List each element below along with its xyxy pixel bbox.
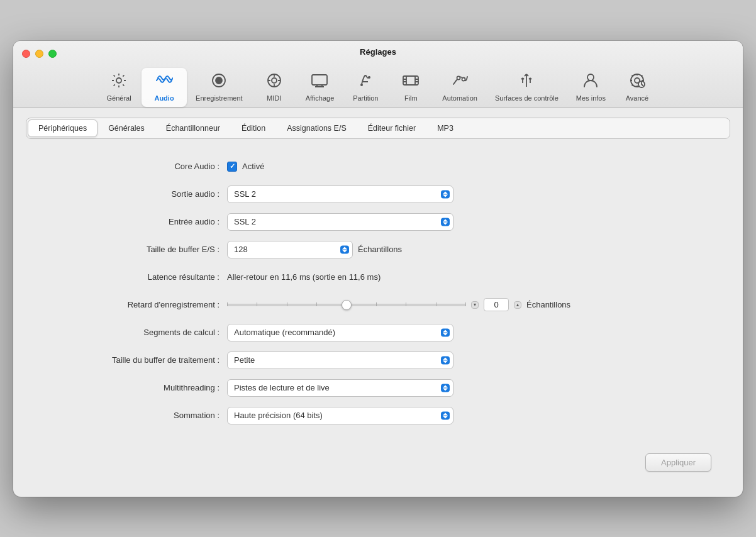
- advanced-icon: [628, 72, 646, 92]
- display-icon: [311, 72, 328, 92]
- retard-value-input[interactable]: [484, 298, 509, 311]
- svg-point-2: [216, 77, 222, 84]
- slider-tick: [465, 302, 466, 306]
- core-audio-value: Activé: [242, 162, 264, 171]
- maximize-button[interactable]: [48, 50, 57, 58]
- surfaces-icon: [518, 72, 535, 92]
- slider-tick: [257, 302, 257, 306]
- toolbar-label-partition: Partition: [353, 94, 378, 102]
- content-area: Périphériques Générales Échantillonneur …: [13, 108, 743, 497]
- toolbar-item-surfaces[interactable]: Surfaces de contrôle: [486, 68, 567, 107]
- retard-control: ▾ ▴ Échantillons: [227, 298, 705, 311]
- taille-buffer-select[interactable]: 128: [227, 241, 353, 258]
- toolbar-item-affichage[interactable]: Affichage: [297, 68, 343, 107]
- toolbar-label-general: Général: [106, 94, 131, 102]
- sortie-audio-control: SSL 2: [227, 185, 705, 203]
- toolbar-label-automation: Automation: [442, 94, 477, 102]
- retard-unit: Échantillons: [526, 300, 570, 309]
- toolbar-item-film[interactable]: Film: [388, 68, 433, 107]
- sortie-audio-select[interactable]: SSL 2: [227, 185, 453, 203]
- toolbar-item-enregistrement[interactable]: Enregistrement: [187, 68, 252, 107]
- toolbar-item-midi[interactable]: MIDI: [252, 68, 297, 107]
- svg-point-0: [116, 78, 121, 83]
- toolbar-label-surfaces: Surfaces de contrôle: [495, 94, 559, 102]
- toolbar: Général Audio: [13, 63, 743, 107]
- latence-label: Latence résultante :: [51, 272, 227, 282]
- record-icon: [210, 72, 228, 92]
- titlebar: Réglages Général: [13, 41, 743, 108]
- apply-button[interactable]: Appliquer: [645, 453, 711, 472]
- tab-mp3[interactable]: MP3: [426, 119, 464, 137]
- taille-traitement-row: Taille du buffer de traitement : Petite: [51, 352, 705, 369]
- tab-editeur[interactable]: Éditeur fichier: [357, 119, 426, 137]
- toolbar-item-audio[interactable]: Audio: [142, 68, 187, 107]
- film-icon: [402, 72, 420, 92]
- toolbar-label-film: Film: [404, 94, 418, 102]
- retard-chevron-up-group: ▴: [514, 301, 521, 309]
- latence-row: Latence résultante : Aller-retour en 11,…: [51, 268, 705, 286]
- taille-traitement-label: Taille du buffer de traitement :: [51, 355, 227, 365]
- toolbar-item-automation[interactable]: Automation: [433, 68, 486, 107]
- gear-icon: [110, 72, 128, 92]
- taille-buffer-unit: Échantillons: [358, 245, 402, 254]
- sommation-label: Sommation :: [51, 411, 227, 420]
- entree-audio-row: Entrée audio : SSL 2: [51, 213, 705, 231]
- taille-buffer-label: Taille de buffer E/S :: [51, 245, 227, 254]
- entree-audio-label: Entrée audio :: [51, 217, 227, 226]
- retard-slider[interactable]: [227, 304, 466, 306]
- close-button[interactable]: [22, 50, 30, 58]
- retard-chevron-group: ▾: [471, 301, 479, 309]
- tab-peripheriques[interactable]: Périphériques: [28, 119, 97, 137]
- toolbar-label-mesinfos: Mes infos: [576, 94, 606, 102]
- tabs-bar: Périphériques Générales Échantillonneur …: [26, 118, 730, 139]
- svg-point-10: [462, 77, 465, 80]
- entree-audio-select-wrapper: SSL 2: [227, 213, 453, 231]
- taille-traitement-select[interactable]: Petite: [227, 352, 453, 369]
- toolbar-label-audio: Audio: [154, 94, 174, 102]
- core-audio-checkbox[interactable]: [227, 162, 237, 172]
- slider-tick: [316, 302, 317, 306]
- taille-buffer-select-wrapper: 128: [227, 241, 353, 258]
- entree-audio-control: SSL 2: [227, 213, 705, 231]
- automation-icon: [451, 72, 469, 92]
- toolbar-item-mesinfos[interactable]: Mes infos: [567, 68, 614, 107]
- sommation-select[interactable]: Haute précision (64 bits): [227, 407, 453, 424]
- chevron-up-icon[interactable]: ▴: [516, 302, 519, 307]
- toolbar-item-general[interactable]: Général: [96, 68, 142, 107]
- toolbar-item-partition[interactable]: Partition: [343, 68, 388, 107]
- slider-tick: [376, 302, 377, 306]
- svg-point-4: [272, 78, 277, 83]
- retard-row: Retard d'enregistrement :: [51, 296, 705, 314]
- segments-label: Segments de calcul :: [51, 328, 227, 337]
- taille-buffer-control: 128 Échantillons: [227, 241, 705, 258]
- segments-select[interactable]: Automatique (recommandé): [227, 324, 453, 341]
- settings-window: Réglages Général: [13, 41, 743, 497]
- multithreading-label: Multithreading :: [51, 383, 227, 392]
- segments-control: Automatique (recommandé): [227, 324, 705, 341]
- latence-control: Aller-retour en 11,6 ms (sortie en 11,6 …: [227, 272, 705, 282]
- slider-tick: [406, 302, 406, 306]
- multithreading-select[interactable]: Pistes de lecture et de live: [227, 379, 453, 397]
- tab-echantillonneur[interactable]: Échantillonneur: [155, 119, 231, 137]
- tab-edition[interactable]: Édition: [231, 119, 276, 137]
- tab-generales[interactable]: Générales: [97, 119, 155, 137]
- slider-tick: [287, 302, 287, 306]
- sortie-audio-label: Sortie audio :: [51, 189, 227, 199]
- person-icon: [582, 72, 599, 92]
- chevron-down-icon[interactable]: ▾: [474, 302, 476, 307]
- retard-label: Retard d'enregistrement :: [51, 300, 227, 309]
- sortie-audio-row: Sortie audio : SSL 2: [51, 185, 705, 203]
- sortie-audio-select-wrapper: SSL 2: [227, 185, 453, 203]
- toolbar-label-enregistrement: Enregistrement: [196, 94, 243, 102]
- slider-thumb[interactable]: [342, 300, 352, 310]
- entree-audio-select[interactable]: SSL 2: [227, 213, 453, 231]
- score-icon: [357, 72, 374, 92]
- slider-tick: [436, 302, 436, 306]
- audio-icon: [155, 72, 173, 92]
- multithreading-row: Multithreading : Pistes de lecture et de…: [51, 379, 705, 397]
- core-audio-control: Activé: [227, 162, 705, 172]
- minimize-button[interactable]: [35, 50, 43, 58]
- svg-point-6: [360, 84, 363, 86]
- toolbar-item-avance[interactable]: Avancé: [614, 68, 660, 107]
- tab-assignations[interactable]: Assignations E/S: [276, 119, 357, 137]
